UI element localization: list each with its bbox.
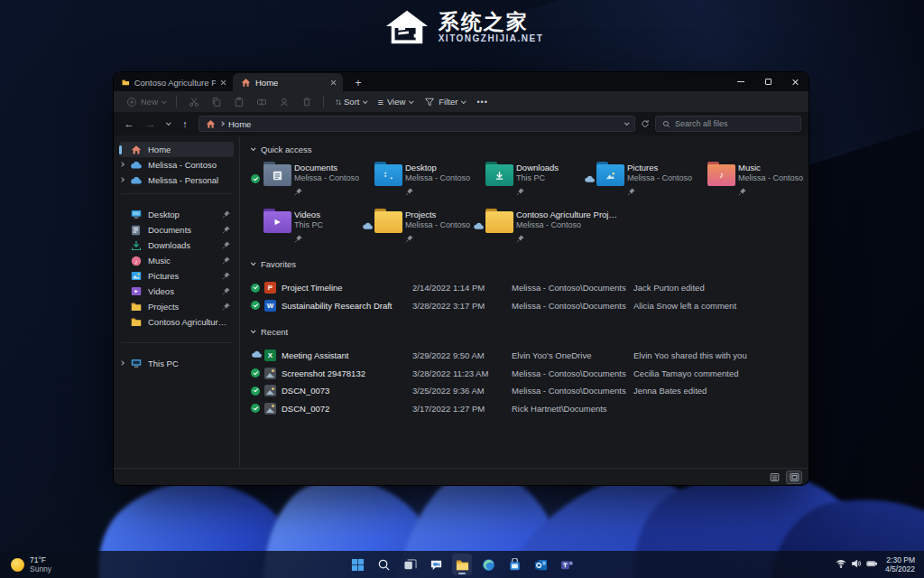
sidebar-item-label: Home [148,144,171,154]
sidebar-item-downloads[interactable]: Downloads [119,238,234,253]
file-row-meeting-assistant[interactable]: X Meeting Assistant 3/29/2022 9:50 AM El… [251,347,808,365]
file-row-dscn-0072[interactable]: DSCN_0072 3/17/2022 1:27 PM Rick Hartnet… [251,400,808,418]
sidebar-item-music[interactable]: ♪ Music [119,253,234,268]
new-tab-button[interactable]: + [348,75,368,91]
search-box[interactable] [655,116,801,132]
file-row-screenshot-29478132[interactable]: Screenshot 29478132 3/28/2022 11:23 AM M… [251,365,808,383]
search-input[interactable] [675,119,794,128]
folder-icon [130,316,142,328]
forward-button[interactable]: → [143,118,159,129]
sidebar-item-desktop[interactable]: Desktop [119,207,234,222]
share-button[interactable] [273,94,294,109]
tile-name: Pictures [627,163,692,173]
sidebar-item-melissa-personal[interactable]: Melissa - Personal [119,172,234,188]
pin-icon [222,241,230,249]
rename-button[interactable] [251,94,272,109]
quick-access-tile-projects[interactable]: Projects Melissa - Contoso [362,208,473,247]
tab-contoso-agriculture-project[interactable]: Contoso Agriculture Project [114,73,233,91]
sidebar-item-pictures[interactable]: Pictures [119,268,234,284]
quick-access-tile-contoso-agriculture-project[interactable]: Contoso Agriculture Project Melissa - Co… [473,208,617,247]
sidebar-item-melissa-contoso[interactable]: Melissa - Contoso [119,157,234,172]
address-dropdown-icon[interactable] [624,120,630,126]
close-button[interactable] [781,72,808,91]
minimize-button[interactable] [727,72,754,91]
tab-close-icon[interactable] [330,79,337,86]
sidebar-item-documents[interactable]: Documents [119,222,234,238]
synced-status-icon [251,387,260,396]
tab-close-icon[interactable] [220,79,226,86]
file-explorer-icon [456,558,469,572]
details-view-icon [770,472,780,482]
details-view-button[interactable] [767,471,781,483]
synced-status-icon [251,301,260,310]
file-date: 3/28/2022 11:23 AM [412,368,512,378]
wifi-icon[interactable] [836,556,846,573]
quick-access-tile-videos[interactable]: ▶ Videos This PC [251,208,362,247]
pin-icon [294,188,302,196]
quick-access-tile-downloads[interactable]: Downloads This PC [473,161,584,200]
cut-button[interactable] [183,94,204,109]
new-button[interactable]: New [121,94,170,109]
breadcrumb-root[interactable]: Home [228,119,251,129]
filter-button[interactable]: Filter [419,94,469,109]
store-button[interactable] [504,554,524,575]
synced-status-icon [251,404,260,413]
music-note-icon: ♪ [719,171,724,180]
more-options-button[interactable]: ••• [471,98,493,107]
sidebar-item-this-pc[interactable]: This PC [119,356,234,371]
outlook-button[interactable] [531,554,550,575]
weather-widget[interactable]: 71°F Sunny [0,551,62,578]
quick-access-tile-pictures[interactable]: Pictures Melissa - Contoso [584,161,695,200]
chevron-expand-icon[interactable] [119,360,125,366]
maximize-button[interactable] [754,72,781,91]
trash-icon [300,96,312,107]
delete-button[interactable] [296,94,317,109]
teams-button[interactable] [557,554,577,575]
copy-button[interactable] [206,94,226,109]
quick-access-tile-desktop[interactable]: Desktop Melissa - Contoso [362,161,473,200]
up-button[interactable]: ↑ [177,118,193,129]
section-quick-access-header[interactable]: Quick access [251,139,808,159]
tab-home[interactable]: Home [233,73,343,91]
task-view-button[interactable] [400,554,420,575]
chat-button[interactable] [426,554,446,575]
quick-access-tile-documents[interactable]: Documents Melissa - Contoso [251,161,362,200]
section-favorites-header[interactable]: Favorites [251,254,808,274]
view-button[interactable]: ≡ View [373,95,417,109]
section-recent-header[interactable]: Recent [251,322,808,341]
sort-button[interactable]: ↑↓ Sort [330,95,371,108]
file-row-project-timeline[interactable]: P Project Timeline 2/14/2022 1:14 PM Mel… [251,279,808,297]
chevron-expand-icon[interactable] [119,177,125,182]
battery-icon[interactable] [866,556,877,573]
volume-icon[interactable] [851,556,862,573]
search-button[interactable] [374,554,393,575]
breadcrumb[interactable]: Home [199,116,635,132]
file-row-sustainability-research-draft[interactable]: W Sustainability Research Draft 3/28/202… [251,297,808,315]
sidebar-item-contoso-agriculture-project[interactable]: Contoso Agriculture Project [119,314,234,330]
minimize-icon [737,81,744,82]
large-icons-view-button[interactable] [787,471,801,483]
pin-icon [405,235,413,243]
quick-access-tile-music[interactable]: ♪ Music Melissa - Contoso [695,161,806,200]
history-chevron-icon[interactable] [166,120,171,126]
pictures-icon [130,270,142,282]
chevron-expand-icon[interactable] [119,162,125,167]
start-button[interactable] [347,554,367,575]
pin-icon [405,188,413,196]
taskbar-clock[interactable]: 2:30 PM 4/5/2022 [885,555,915,573]
divider [323,96,324,107]
file-explorer-button[interactable] [452,554,472,575]
store-icon [508,558,522,572]
sidebar-item-projects[interactable]: Projects [119,299,234,314]
tab-label: Home [255,78,278,88]
paste-button[interactable] [228,94,249,109]
refresh-button[interactable] [641,116,650,132]
sidebar-item-videos[interactable]: Videos [119,284,234,299]
chevron-down-icon [251,145,256,151]
sidebar-item-home[interactable]: Home [119,142,234,157]
chevron-down-icon [409,98,414,104]
file-row-dscn-0073[interactable]: DSCN_0073 3/25/2022 9:36 AM Melissa - Co… [251,382,808,400]
edge-button[interactable] [478,554,498,575]
tile-location: Melissa - Contoso [405,173,470,183]
back-button[interactable]: ← [121,118,137,129]
